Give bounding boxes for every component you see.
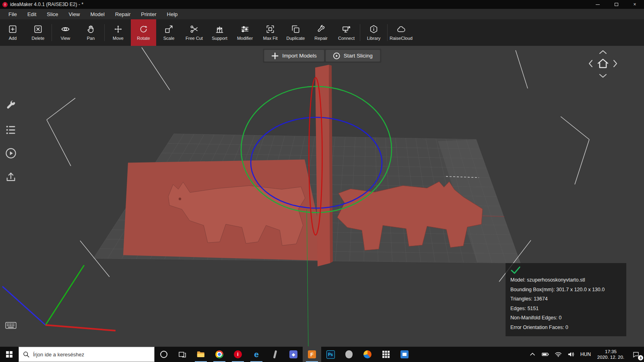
info-edges: Edges: 5151 <box>510 304 621 314</box>
tool-label: RaiseCloud <box>390 36 413 41</box>
taskbar-search[interactable] <box>19 347 155 362</box>
edge-button[interactable]: e <box>247 347 266 362</box>
gray-apple-icon <box>345 350 353 358</box>
photoshop-button[interactable]: Ps <box>321 347 340 362</box>
viewport-3d[interactable]: Import Models Start Slicing Model: szup <box>0 46 644 347</box>
tool-delete[interactable]: Delete <box>25 19 51 46</box>
ideamaker-taskbar-button[interactable]: i <box>229 347 247 362</box>
close-button[interactable]: × <box>625 0 644 9</box>
taskbar-app-13-button[interactable] <box>377 347 395 362</box>
tool-support[interactable]: Support <box>207 19 232 46</box>
battery-status[interactable] <box>539 347 552 362</box>
taskbar-app-7-button[interactable] <box>266 347 284 362</box>
grid-app-icon <box>382 350 390 358</box>
model-list-button[interactable] <box>4 123 18 137</box>
plus-icon <box>271 52 279 60</box>
upload-icon <box>5 171 17 182</box>
upload-button[interactable] <box>4 170 18 183</box>
search-icon <box>23 351 29 358</box>
tool-label: Free Cut <box>186 36 203 41</box>
tray-expand-button[interactable] <box>526 347 539 362</box>
taskbar-app-14-button[interactable] <box>395 347 414 362</box>
menu-printer[interactable]: Printer <box>136 9 161 19</box>
tool-label: Delete <box>32 36 45 41</box>
tool-move[interactable]: Move <box>105 19 131 46</box>
wifi-status[interactable] <box>552 347 565 362</box>
ideamaker-icon: i <box>234 350 242 358</box>
import-models-button[interactable]: Import Models <box>264 50 324 62</box>
toolbar-separator <box>104 24 105 41</box>
tool-duplicate[interactable]: Duplicate <box>283 19 308 46</box>
volume-status[interactable] <box>565 347 578 362</box>
active-app-button[interactable]: F <box>303 347 321 362</box>
tool-raisecloud[interactable]: RaiseCloud <box>388 19 414 46</box>
tool-view[interactable]: View <box>53 19 78 46</box>
cortana-icon <box>160 351 167 358</box>
preview-play-button[interactable] <box>4 146 18 160</box>
tool-label: Support <box>212 36 227 41</box>
wrench-icon <box>316 25 326 34</box>
home-view-button[interactable] <box>597 58 609 71</box>
move-icon <box>114 25 123 34</box>
chrome-button[interactable] <box>210 347 229 362</box>
nav-left-button[interactable] <box>588 60 593 69</box>
nav-down-button[interactable] <box>599 73 607 80</box>
rotate-icon <box>139 25 148 34</box>
tool-add[interactable]: Add <box>0 19 25 46</box>
main-toolbar: Add Delete View Pan Move Rotate Scale Fr… <box>0 19 644 46</box>
taskbar-app-12-button[interactable] <box>358 347 377 362</box>
cortana-button[interactable] <box>155 347 173 362</box>
max-fit-icon <box>266 25 275 34</box>
clock[interactable]: 17:35 2020. 12. 20. <box>594 347 628 362</box>
menu-model[interactable]: Model <box>85 9 110 19</box>
start-slicing-button[interactable]: Start Slicing <box>326 50 380 62</box>
minimize-button[interactable] <box>588 0 607 9</box>
tool-label: Modifier <box>237 36 253 41</box>
tool-rotate[interactable]: Rotate <box>131 19 156 46</box>
taskbar-app-8-button[interactable]: ◆ <box>284 347 303 362</box>
play-circle-icon <box>5 148 17 159</box>
model-hero-eye <box>179 197 181 200</box>
printer-settings-button[interactable] <box>4 99 18 112</box>
tool-repair[interactable]: Repair <box>308 19 334 46</box>
eye-icon <box>61 25 70 34</box>
windows-logo-icon <box>6 351 12 358</box>
tool-label: Scale <box>163 36 175 41</box>
file-explorer-icon <box>196 350 205 359</box>
title-bar: i ideaMaker 4.0.1 (RAISE3D E2) - * × <box>0 0 644 9</box>
clock-date: 2020. 12. 20. <box>597 354 624 360</box>
nav-right-button[interactable] <box>613 60 618 69</box>
search-input[interactable] <box>33 352 150 358</box>
action-center-button[interactable]: 3 <box>628 347 644 362</box>
tool-pan[interactable]: Pan <box>78 19 103 46</box>
menu-repair[interactable]: Repair <box>110 9 136 19</box>
tool-connect[interactable]: Connect <box>334 19 359 46</box>
support-icon <box>215 25 224 34</box>
maximize-button[interactable] <box>607 0 625 9</box>
tool-modifier[interactable]: Modifier <box>232 19 258 46</box>
menu-bar: File Edit Slice View Model Repair Printe… <box>0 9 644 19</box>
menu-edit[interactable]: Edit <box>22 9 41 19</box>
toolbar-separator <box>387 24 388 41</box>
file-explorer-button[interactable] <box>192 347 210 362</box>
view-navigation-pad <box>584 47 621 82</box>
taskbar-app-11-button[interactable] <box>340 347 358 362</box>
scale-icon <box>164 25 173 34</box>
menu-slice[interactable]: Slice <box>41 9 63 19</box>
menu-help[interactable]: Help <box>162 9 183 19</box>
tool-label: Duplicate <box>287 36 305 41</box>
menu-file[interactable]: File <box>3 9 22 19</box>
task-view-button[interactable] <box>173 347 192 362</box>
menu-view[interactable]: View <box>64 9 85 19</box>
nav-up-button[interactable] <box>599 49 607 56</box>
tool-free-cut[interactable]: Free Cut <box>182 19 207 46</box>
start-button[interactable] <box>0 347 19 362</box>
start-slicing-label: Start Slicing <box>344 53 373 59</box>
tool-max-fit[interactable]: Max Fit <box>258 19 283 46</box>
sliders-icon <box>240 25 250 34</box>
window-title: ideaMaker 4.0.1 (RAISE3D E2) - * <box>10 2 83 7</box>
language-indicator[interactable]: HUN <box>578 347 594 362</box>
tool-scale[interactable]: Scale <box>156 19 182 46</box>
tool-library[interactable]: Library <box>361 19 386 46</box>
virtual-keyboard-button[interactable] <box>4 319 18 332</box>
